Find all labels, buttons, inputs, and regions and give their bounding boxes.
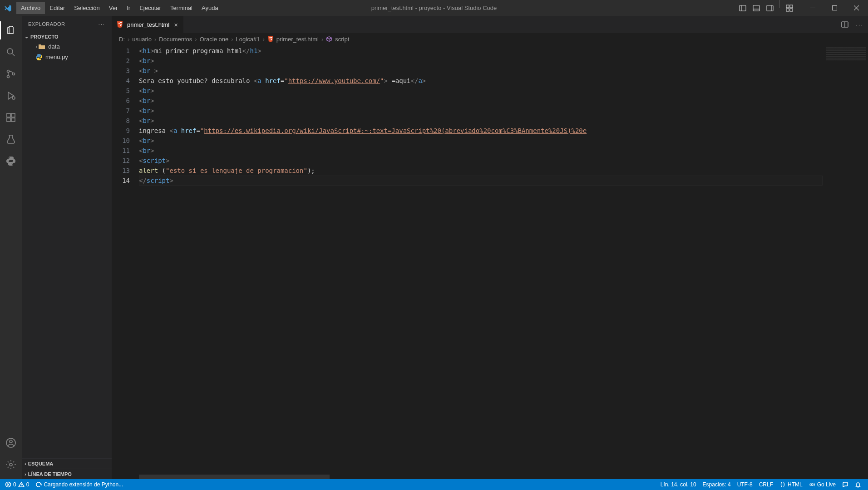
chevron-right-icon: ›	[262, 36, 264, 43]
close-button[interactable]	[846, 0, 866, 16]
breadcrumb-file[interactable]: primer_test.html	[276, 36, 319, 43]
statusbar: 0 0 Cargando extensión de Python... Lín.…	[0, 479, 868, 490]
svg-point-23	[811, 484, 813, 485]
status-go-live[interactable]: Go Live	[806, 479, 839, 490]
code-line[interactable]: <br>	[139, 136, 824, 146]
explorer-title: EXPLORADOR	[28, 21, 65, 27]
line-number: 14	[112, 176, 130, 186]
minimap[interactable]	[824, 45, 868, 475]
horizontal-scrollbar[interactable]	[112, 475, 868, 479]
code-line[interactable]: <h1>mi primer programa html</h1>	[139, 46, 824, 56]
chevron-right-icon: ›	[128, 36, 129, 43]
code-line[interactable]: <script>	[139, 156, 824, 166]
menu-ejecutar[interactable]: Ejecutar	[135, 2, 166, 14]
close-icon[interactable]: ×	[173, 21, 179, 29]
status-notifications-icon[interactable]	[852, 479, 864, 490]
chevron-down-icon: ⌄	[25, 34, 29, 39]
code-line[interactable]: ingresa <a href="https://es.wikipedia.or…	[139, 126, 824, 136]
breadcrumb-item[interactable]: D:	[119, 36, 125, 43]
status-loading-text: Cargando extensión de Python...	[44, 481, 123, 488]
activity-testing-icon[interactable]	[0, 128, 22, 150]
svg-point-11	[7, 76, 10, 78]
line-number: 5	[112, 86, 130, 96]
activity-source-control-icon[interactable]	[0, 63, 22, 85]
more-actions-icon[interactable]: ···	[856, 21, 863, 28]
html5-icon	[116, 21, 123, 28]
scrollbar-thumb[interactable]	[139, 475, 330, 479]
folder-icon	[38, 43, 45, 50]
maximize-button[interactable]	[824, 0, 844, 16]
menu-ir[interactable]: Ir	[122, 2, 135, 14]
activity-bottom	[0, 432, 22, 475]
svg-point-10	[7, 70, 10, 73]
outline-section[interactable]: › ESQUEMA	[22, 458, 112, 469]
editor-body[interactable]: 1234567891011121314 <h1>mi primer progra…	[112, 45, 868, 475]
svg-rect-1	[753, 5, 760, 11]
explorer-more-icon[interactable]: ···	[99, 21, 105, 27]
status-warnings-count: 0	[26, 481, 30, 488]
breadcrumb-item[interactable]: usuario	[132, 36, 152, 43]
timeline-section[interactable]: › LÍNEA DE TIEMPO	[22, 469, 112, 479]
svg-rect-6	[790, 9, 793, 11]
divider	[779, 0, 780, 8]
symbol-icon	[326, 36, 332, 42]
activity-explorer-icon[interactable]	[0, 20, 22, 41]
code-line[interactable]: <br>	[139, 146, 824, 156]
code-line[interactable]: <br>	[139, 106, 824, 116]
code-line[interactable]: <br>	[139, 56, 824, 66]
menu-selección[interactable]: Selección	[69, 2, 104, 14]
status-language-mode[interactable]: HTML	[776, 479, 806, 490]
tree-item-menu.py[interactable]: menu.py	[22, 52, 112, 62]
activity-python-icon[interactable]	[0, 150, 22, 172]
minimize-button[interactable]	[803, 0, 823, 16]
toggle-secondary-sidebar-icon[interactable]	[763, 0, 777, 16]
breadcrumb-symbol[interactable]: script	[335, 36, 349, 43]
code-line[interactable]: <br>	[139, 96, 824, 106]
activity-search-icon[interactable]	[0, 41, 22, 63]
code-line[interactable]: <br >	[139, 66, 824, 76]
project-folder-header[interactable]: ⌄ PROYECTO	[22, 32, 112, 41]
activity-settings-icon[interactable]	[0, 454, 22, 475]
breadcrumbs[interactable]: D:›usuario›Documentos›Oracle one›Logica#…	[112, 33, 868, 45]
tabs-row: primer_test.html × ···	[112, 16, 868, 33]
menu-editar[interactable]: Editar	[45, 2, 69, 14]
activity-run-debug-icon[interactable]	[0, 85, 22, 107]
project-name-label: PROYECTO	[30, 34, 59, 39]
toggle-primary-sidebar-icon[interactable]	[736, 0, 750, 16]
breadcrumb-item[interactable]: Logica#1	[236, 36, 260, 43]
code-line[interactable]: alert ("esto si es lenguaje de programac…	[139, 166, 824, 176]
line-number: 12	[112, 156, 130, 166]
activity-accounts-icon[interactable]	[0, 432, 22, 454]
timeline-label: LÍNEA DE TIEMPO	[28, 471, 72, 477]
toggle-panel-icon[interactable]	[750, 0, 763, 16]
svg-rect-16	[11, 118, 15, 122]
activity-extensions-icon[interactable]	[0, 107, 22, 128]
split-editor-icon[interactable]	[841, 21, 848, 28]
code-line[interactable]: <br>	[139, 86, 824, 96]
svg-point-9	[7, 49, 13, 54]
breadcrumb-item[interactable]: Oracle one	[200, 36, 229, 43]
menu-terminal[interactable]: Terminal	[166, 2, 197, 14]
status-end-of-line[interactable]: CRLF	[756, 479, 776, 490]
status-problems[interactable]: 0 0	[2, 479, 32, 490]
menu-ver[interactable]: Ver	[104, 2, 123, 14]
svg-rect-5	[786, 9, 789, 11]
status-cursor-position[interactable]: Lín. 14, col. 10	[657, 479, 700, 490]
tab-primer-test[interactable]: primer_test.html ×	[112, 16, 184, 33]
breadcrumb-item[interactable]: Documentos	[159, 36, 192, 43]
status-indentation[interactable]: Espacios: 4	[700, 479, 734, 490]
svg-point-13	[12, 97, 15, 99]
line-number: 8	[112, 116, 130, 126]
menu-archivo[interactable]: Archivo	[16, 2, 45, 14]
line-number: 9	[112, 126, 130, 136]
tree-item-data[interactable]: ›data	[22, 41, 112, 52]
explorer-sidebar: EXPLORADOR ··· ⌄ PROYECTO ›datamenu.py ›…	[22, 16, 112, 479]
menu-ayuda[interactable]: Ayuda	[197, 2, 223, 14]
code-line[interactable]: Sera esto youtube? descubralo <a href="h…	[139, 76, 824, 86]
code-line[interactable]: <br>	[139, 116, 824, 126]
customize-layout-icon[interactable]	[783, 0, 796, 16]
status-loading[interactable]: Cargando extensión de Python...	[32, 479, 126, 490]
status-encoding[interactable]: UTF-8	[734, 479, 756, 490]
code-content[interactable]: <h1>mi primer programa html</h1><br><br …	[139, 45, 824, 475]
status-feedback-icon[interactable]	[839, 479, 852, 490]
